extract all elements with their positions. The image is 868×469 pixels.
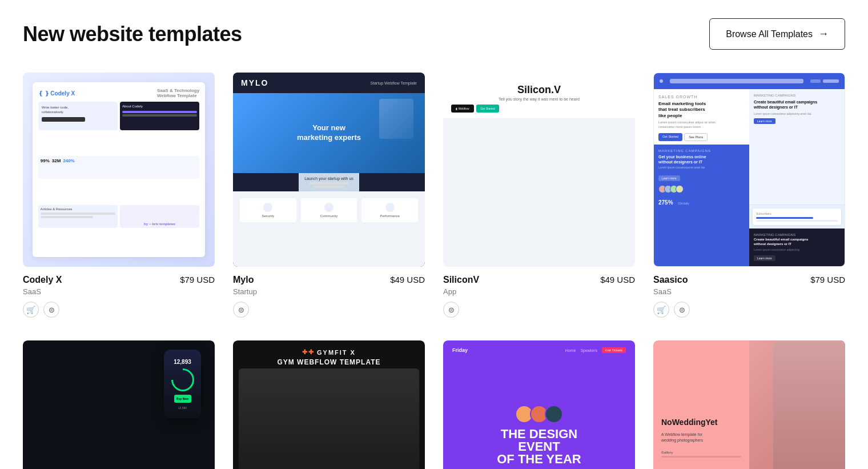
template-thumbnail-codely: ❴ ❵ Codely X SaaS & TechnologyWebflow Te… [23,73,215,267]
template-name-siliconv: SiliconV [443,275,479,285]
template-info-mylo: Mylo $49 USD [233,275,425,285]
template-info-saasico: Saasico $79 USD [653,275,845,285]
template-actions-mylo: ⊜ [233,302,425,318]
template-category-codely: SaaS [23,287,215,296]
template-actions-codely: 🛒 ⊜ [23,302,215,318]
template-card-codely[interactable]: ❴ ❵ Codely X SaaS & TechnologyWebflow Te… [23,73,215,318]
template-card-siliconv[interactable]: Silicon.V Tell you story the way it was … [443,73,635,318]
template-thumbnail-wedding: NoWeddingYet A Webflow template forweddi… [653,340,845,469]
wedding-title: NoWeddingYet [661,418,741,427]
template-thumbnail-saasico: SALES GROWTH Email marketing toolsthat t… [653,73,845,267]
mylo-feat2: Community [306,214,353,218]
browse-all-label: Browse All Templates [726,29,813,39]
bookmark-icon-siliconv[interactable]: ⊜ [443,302,459,318]
template-price-siliconv: $49 USD [600,275,635,284]
codely-logo: ❴ ❵ Codely X [38,90,75,97]
mylo-feat1: Security [244,214,292,218]
templates-grid-row2: 12,893 Buy Now 12,590 Hold everything.wi… [23,340,845,469]
mylo-logo: MYLO [241,78,268,87]
template-thumbnail-crypton: 12,893 Buy Now 12,590 Hold everything.wi… [23,340,215,469]
bookmark-icon-saasico[interactable]: ⊜ [674,302,690,318]
saasico-hero-title: Email marketing toolsthat treat subscrib… [658,101,745,119]
template-info-siliconv: SiliconV $49 USD [443,275,635,285]
mylo-launch-text: Launch your startup with us [304,177,353,181]
saasico-stat: 275% [658,199,673,206]
template-card-crypton[interactable]: 12,893 Buy Now 12,590 Hold everything.wi… [23,340,215,469]
template-category-siliconv: App [443,287,635,296]
arrow-right-icon: → [818,28,829,40]
template-thumbnail-mylo: MYLO Startup Webflow Template Your newma… [233,73,425,267]
cart-icon-codely[interactable]: 🛒 [23,302,39,318]
wedding-sub: A Webflow template forwedding photograph… [661,432,741,444]
mylo-feat3: Performance [366,214,413,218]
template-actions-siliconv: ⊜ [443,302,635,318]
template-name-saasico: Saasico [653,275,688,285]
siliconv-subtitle: Tell you story the way it was ment to be… [451,97,627,101]
codely-tagline: SaaS & TechnologyWebflow Template [157,88,199,98]
template-card-mylo[interactable]: MYLO Startup Webflow Template Your newma… [233,73,425,318]
mylo-hero-text: Your newmarketing experts [297,123,361,143]
page-header: New website templates Browse All Templat… [23,18,845,50]
gymfit-tagline: Gym Webflow Template [277,358,380,366]
friday-nav-logo: Friday [452,347,468,353]
template-price-saasico: $79 USD [810,275,845,284]
page-title: New website templates [23,22,242,46]
template-card-saasico[interactable]: SALES GROWTH Email marketing toolsthat t… [653,73,845,318]
template-actions-saasico: 🛒 ⊜ [653,302,845,318]
template-name-codely: Codely X [23,275,62,285]
template-card-gymfit[interactable]: ✚✚ GYMFIT X Gym Webflow Template THE GYM… [233,340,425,469]
template-category-mylo: Startup [233,287,425,296]
gymfit-logo: ✚✚ GYMFIT X [302,348,356,356]
templates-grid-row1: ❴ ❵ Codely X SaaS & TechnologyWebflow Te… [23,73,845,318]
template-price-codely: $79 USD [180,275,215,284]
template-info-codely: Codely X $79 USD [23,275,215,285]
bookmark-icon-mylo[interactable]: ⊜ [233,302,249,318]
friday-title: THE DESIGNEVENTOF THE YEAR [497,428,581,466]
template-card-friday[interactable]: Friday Home Speakers Get Tickets THE DES… [443,340,635,469]
template-thumbnail-gymfit: ✚✚ GYMFIT X Gym Webflow Template THE GYM… [233,340,425,469]
bookmark-icon-codely[interactable]: ⊜ [43,302,59,318]
template-thumbnail-siliconv: Silicon.V Tell you story the way it was … [443,73,635,267]
template-thumbnail-friday: Friday Home Speakers Get Tickets THE DES… [443,340,635,469]
template-price-mylo: $49 USD [390,275,425,284]
mylo-tagline: Startup Webflow Template [371,81,417,85]
template-category-saasico: SaaS [653,287,845,296]
cart-icon-saasico[interactable]: 🛒 [653,302,669,318]
mylo-hero-image [379,99,413,139]
template-card-wedding[interactable]: NoWeddingYet A Webflow template forweddi… [653,340,845,469]
browse-all-button[interactable]: Browse All Templates → [709,18,845,50]
saasico-stat2: 20k/daily [678,202,689,205]
template-name-mylo: Mylo [233,275,254,285]
siliconv-title: Silicon.V [451,84,627,96]
